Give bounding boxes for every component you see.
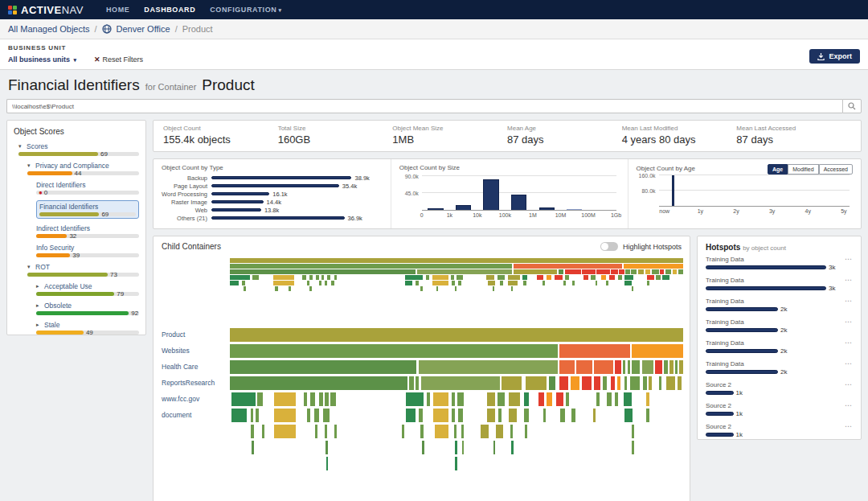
icicle-segment[interactable] [251,425,255,438]
icicle-segment[interactable] [417,269,511,274]
age-toggle-accessed[interactable]: Accessed [819,164,853,175]
export-button[interactable]: Export [809,49,860,64]
icicle-segment[interactable] [326,441,328,454]
icicle-segment[interactable] [405,275,424,280]
icicle-segment[interactable] [497,392,504,406]
icicle-segment[interactable] [669,360,674,374]
activenav-logo[interactable]: ACTIVENAV [8,4,84,16]
score-item-rot[interactable]: ▾ROT73 [27,263,139,277]
icicle-segment[interactable] [452,392,456,406]
icicle-segment[interactable] [436,286,438,291]
icicle-segment[interactable] [582,269,595,274]
icicle-segment[interactable] [405,281,412,285]
icicle-segment[interactable] [563,281,566,285]
overflow-menu-icon[interactable]: ⋯ [845,339,853,347]
icicle-segment[interactable] [624,281,632,285]
icicle-segment[interactable] [594,360,613,374]
icicle-segment[interactable] [458,281,461,285]
icicle-segment[interactable] [630,376,640,390]
icicle-segment[interactable] [615,360,621,374]
icicle-segment[interactable] [274,409,296,422]
icicle-segment[interactable] [274,392,296,406]
icicle-segment[interactable] [647,275,654,280]
icicle-segment[interactable] [419,409,424,422]
icicle-segment[interactable] [251,409,253,422]
icicle-segment[interactable] [452,281,454,285]
icicle-segment[interactable] [310,392,315,406]
icicle-segment[interactable] [493,441,496,454]
icicle-segment[interactable] [496,425,502,438]
icicle-segment[interactable] [326,457,329,470]
type-bar[interactable] [211,208,261,211]
icicle-segment[interactable] [645,269,650,274]
icicle-segment[interactable] [487,409,495,422]
icicle-segment[interactable] [678,376,682,390]
icicle-segment[interactable] [314,409,319,422]
icicle-segment[interactable] [611,269,617,274]
icicle-segment[interactable] [525,425,527,438]
icicle-segment[interactable] [304,392,306,406]
icicle-segment[interactable] [566,392,570,406]
reset-filters-button[interactable]: ✕Reset Filters [94,55,143,64]
icicle-segment[interactable] [325,281,327,285]
hotspot-item[interactable]: Training Data⋯3k [706,276,853,292]
icicle-segment[interactable] [420,425,424,438]
icicle-segment[interactable] [543,409,546,422]
icicle-segment[interactable] [309,286,311,291]
icicle-segment[interactable] [656,275,661,280]
icicle-segment[interactable] [646,392,649,406]
icicle-segment[interactable] [555,275,563,280]
icicle-segment[interactable] [262,425,264,438]
icicle-segment[interactable] [547,275,552,280]
icicle-segment[interactable] [488,281,495,285]
icicle-segment[interactable] [493,286,494,291]
age-bar[interactable] [672,175,674,206]
icicle-segment[interactable] [230,344,558,358]
icicle-segment[interactable] [461,425,464,438]
icicle-segment[interactable] [244,286,246,291]
icicle-segment[interactable] [526,376,547,390]
icicle-row-label[interactable]: www.fcc.gov [162,395,227,403]
icicle-segment[interactable] [601,275,606,280]
size-histogram-bar[interactable] [428,208,443,210]
type-bar[interactable] [211,200,264,203]
icicle-row-label[interactable]: Product [162,331,227,339]
icicle-segment[interactable] [316,275,318,280]
chevron-down-icon[interactable]: ▾ [27,264,33,270]
icicle-segment[interactable] [619,269,624,274]
chevron-right-icon[interactable]: ▸ [36,302,42,309]
icicle-segment[interactable] [257,392,263,406]
icicle-segment[interactable] [508,275,520,280]
icicle-segment[interactable] [591,275,596,280]
icicle-segment[interactable] [593,409,596,422]
search-button[interactable] [842,99,862,113]
icicle-segment[interactable] [542,281,545,285]
chevron-right-icon[interactable]: ▸ [36,283,42,290]
icicle-segment[interactable] [275,286,277,291]
icicle-segment[interactable] [514,269,557,274]
icicle-segment[interactable] [632,344,683,358]
highlight-hotspots-toggle[interactable] [600,242,618,251]
icicle-segment[interactable] [230,269,416,274]
icicle-segment[interactable] [230,258,683,263]
icicle-segment[interactable] [508,281,517,285]
icicle-segment[interactable] [406,409,416,422]
icicle-segment[interactable] [334,275,337,280]
icicle-segment[interactable] [642,360,653,374]
icicle-segment[interactable] [319,392,324,406]
chevron-down-icon[interactable]: ▾ [27,162,33,169]
icicle-segment[interactable] [497,275,505,280]
icicle-segment[interactable] [624,392,632,406]
hotspot-item[interactable]: Training Data⋯2k [706,359,853,376]
icicle-segment[interactable] [594,376,600,390]
icicle-segment[interactable] [679,360,683,374]
icicle-segment[interactable] [252,441,254,454]
icicle-segment[interactable] [302,275,306,280]
icicle-segment[interactable] [673,269,677,274]
score-item-scores[interactable]: ▾Scores69 [18,142,139,156]
hotspot-item[interactable]: Source 2⋯1k [706,401,853,417]
icicle-segment[interactable] [457,275,463,280]
icicle-segment[interactable] [632,286,633,291]
icicle-segment[interactable] [331,281,334,285]
path-input[interactable] [6,99,842,113]
